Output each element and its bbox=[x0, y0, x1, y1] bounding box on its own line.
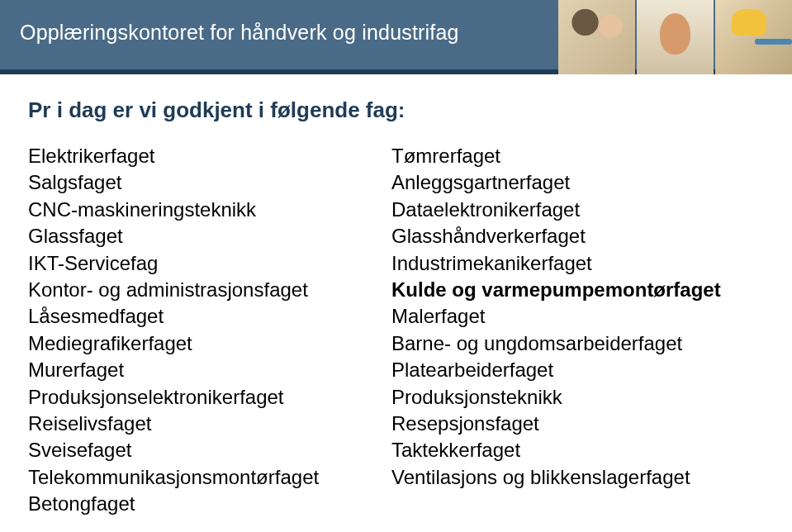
right-column: Tømrerfaget Anleggsgartnerfaget Dataelek… bbox=[391, 143, 721, 517]
slide-content: Pr i dag er vi godkjent i følgende fag: … bbox=[0, 74, 792, 517]
list-item: Resepsjonsfaget bbox=[391, 411, 721, 437]
left-column: Elektrikerfaget Salgsfaget CNC-maskineri… bbox=[28, 143, 391, 517]
intro-heading: Pr i dag er vi godkjent i følgende fag: bbox=[28, 97, 764, 123]
list-item: Dataelektronikerfaget bbox=[391, 197, 721, 223]
list-item: Barne- og ungdomsarbeiderfaget bbox=[391, 330, 721, 357]
columns-wrapper: Elektrikerfaget Salgsfaget CNC-maskineri… bbox=[28, 143, 764, 517]
slide-header: Opplæringskontoret for håndverk og indus… bbox=[0, 0, 792, 74]
list-item: Anleggsgartnerfaget bbox=[391, 169, 721, 196]
list-item: Malerfaget bbox=[391, 303, 721, 330]
header-images bbox=[558, 0, 792, 69]
list-item: Salgsfaget bbox=[28, 169, 391, 196]
list-item: Reiselivsfaget bbox=[28, 411, 391, 437]
list-item: Murerfaget bbox=[28, 357, 391, 383]
list-item: Telekommunikasjonsmontørfaget bbox=[28, 464, 391, 491]
list-item: Tømrerfaget bbox=[391, 143, 721, 169]
list-item: CNC-maskineringsteknikk bbox=[28, 197, 391, 223]
list-item: Mediegrafikerfaget bbox=[28, 330, 391, 357]
list-item: Produksjonselektronikerfaget bbox=[28, 384, 391, 411]
header-photo-2 bbox=[637, 0, 714, 74]
header-photo-1 bbox=[558, 0, 635, 74]
list-item: Platearbeiderfaget bbox=[391, 357, 721, 383]
list-item: Glasshåndverkerfaget bbox=[391, 223, 721, 249]
header-photo-3 bbox=[715, 0, 792, 74]
list-item: Ventilasjons og blikkenslagerfaget bbox=[391, 464, 721, 491]
list-item: Kontor- og administrasjonsfaget bbox=[28, 277, 391, 303]
list-item: Betongfaget bbox=[28, 491, 391, 517]
list-item: Låsesmedfaget bbox=[28, 303, 391, 330]
list-item: Sveisefaget bbox=[28, 437, 391, 463]
list-item: Taktekkerfaget bbox=[391, 437, 721, 463]
list-item: Kulde og varmepumpemontørfaget bbox=[391, 277, 721, 303]
list-item: Industrimekanikerfaget bbox=[391, 250, 721, 277]
list-item: Glassfaget bbox=[28, 223, 391, 249]
list-item: Produksjonsteknikk bbox=[391, 384, 721, 411]
list-item: Elektrikerfaget bbox=[28, 143, 391, 169]
list-item: IKT-Servicefag bbox=[28, 250, 391, 277]
